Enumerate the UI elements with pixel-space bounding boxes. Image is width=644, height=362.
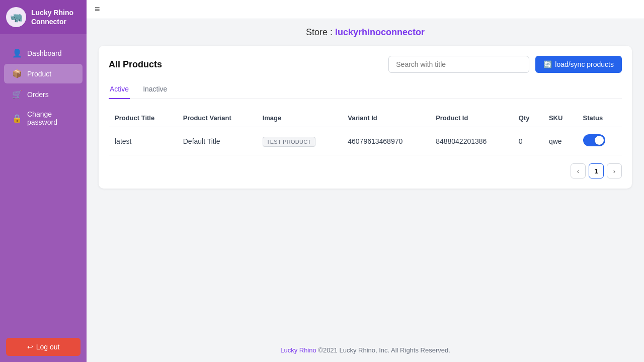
- col-status: Status: [577, 109, 622, 127]
- store-label: Store :: [306, 27, 335, 37]
- sidebar-item-change-password[interactable]: 🔒 Change password: [4, 105, 83, 131]
- col-image: Image: [257, 109, 342, 127]
- sidebar-item-label: Product: [27, 70, 51, 78]
- cell-image: TEST PRODUCT: [257, 127, 342, 155]
- cell-product-id: 8488042201386: [430, 127, 513, 155]
- main-content: ≡ Store : luckyrhinoconnector All Produc…: [87, 0, 644, 362]
- sidebar-item-dashboard[interactable]: 👤 Dashboard: [4, 43, 83, 63]
- topbar: ≡: [87, 0, 644, 19]
- tab-active[interactable]: Active: [109, 81, 130, 99]
- sidebar-item-label: Orders: [27, 90, 49, 99]
- sidebar-item-orders[interactable]: 🛒 Orders: [4, 84, 83, 104]
- store-header: Store : luckyrhinoconnector: [87, 19, 644, 46]
- orders-icon: 🛒: [12, 89, 22, 99]
- header-right: 🔄 load/sync products: [388, 56, 622, 73]
- cell-product-variant: Default Title: [177, 127, 257, 155]
- sidebar-item-label: Change password: [27, 110, 74, 126]
- search-input[interactable]: [388, 56, 529, 73]
- cell-product-title: latest: [109, 127, 177, 155]
- col-variant-id: Variant Id: [342, 109, 430, 127]
- pagination: ‹ 1 ›: [109, 163, 622, 178]
- col-product-title: Product Title: [109, 109, 177, 127]
- products-table: Product Title Product Variant Image Vari…: [109, 109, 622, 155]
- logout-label: Log out: [36, 343, 60, 351]
- store-name: luckyrhinoconnector: [335, 27, 425, 37]
- logout-icon: ↩: [27, 343, 33, 351]
- products-card: All Products 🔄 load/sync products Active…: [99, 46, 632, 189]
- toggle-thumb: [595, 136, 604, 145]
- tab-inactive[interactable]: Inactive: [142, 81, 168, 99]
- sidebar: 🦏 Lucky Rhino Connector 👤 Dashboard 📦 Pr…: [0, 0, 87, 362]
- sync-icon: 🔄: [543, 60, 552, 68]
- logo-text: Lucky Rhino Connector: [31, 8, 73, 26]
- sidebar-nav: 👤 Dashboard 📦 Product 🛒 Orders 🔒 Change …: [0, 34, 87, 332]
- load-sync-button[interactable]: 🔄 load/sync products: [535, 56, 622, 73]
- table-header: Product Title Product Variant Image Vari…: [109, 109, 622, 127]
- lock-icon: 🔒: [12, 114, 22, 123]
- sidebar-item-label: Dashboard: [27, 49, 62, 57]
- sidebar-footer: ↩ Log out: [0, 332, 87, 362]
- current-page-button[interactable]: 1: [589, 163, 604, 178]
- load-sync-label: load/sync products: [555, 60, 614, 68]
- sidebar-item-product[interactable]: 📦 Product: [4, 64, 83, 83]
- col-product-variant: Product Variant: [177, 109, 257, 127]
- cell-status: [577, 127, 622, 155]
- tabs: Active Inactive: [109, 81, 622, 99]
- prev-page-button[interactable]: ‹: [571, 163, 586, 178]
- cell-sku: qwe: [543, 127, 577, 155]
- product-icon: 📦: [12, 69, 22, 78]
- content-area: All Products 🔄 load/sync products Active…: [87, 46, 644, 338]
- dashboard-icon: 👤: [12, 48, 22, 58]
- status-toggle[interactable]: [583, 134, 605, 146]
- sidebar-logo: 🦏 Lucky Rhino Connector: [0, 0, 87, 34]
- table-body: latest Default Title TEST PRODUCT 460796…: [109, 127, 622, 155]
- card-header: All Products 🔄 load/sync products: [109, 56, 622, 73]
- col-qty: Qty: [513, 109, 543, 127]
- col-product-id: Product Id: [430, 109, 513, 127]
- footer-text: ©2021 Lucky Rhino, Inc. All Rights Reser…: [316, 346, 450, 354]
- cell-qty: 0: [513, 127, 543, 155]
- page-footer: Lucky Rhino ©2021 Lucky Rhino, Inc. All …: [87, 338, 644, 362]
- cell-variant-id: 46079613468970: [342, 127, 430, 155]
- col-sku: SKU: [543, 109, 577, 127]
- test-product-badge: TEST PRODUCT: [263, 137, 315, 147]
- hamburger-icon[interactable]: ≡: [95, 4, 100, 15]
- footer-link[interactable]: Lucky Rhino: [280, 346, 316, 354]
- table-row: latest Default Title TEST PRODUCT 460796…: [109, 127, 622, 155]
- logo-avatar: 🦏: [6, 7, 26, 27]
- next-page-button[interactable]: ›: [607, 163, 622, 178]
- page-title: All Products: [109, 59, 162, 70]
- logout-button[interactable]: ↩ Log out: [6, 338, 80, 356]
- rhino-icon: 🦏: [10, 11, 23, 23]
